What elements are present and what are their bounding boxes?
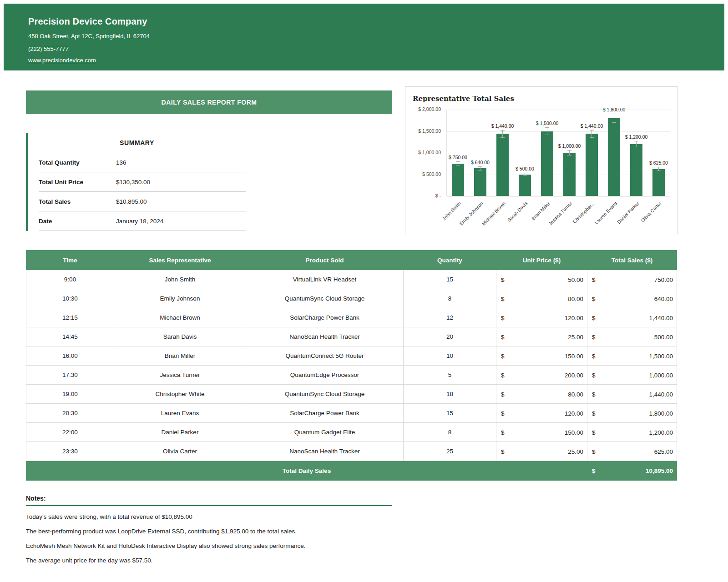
cell-sales-representative: Emily Johnson [114,289,246,308]
y-axis-tick-label: $ 500.00 [422,171,441,177]
cell-total-sales: $ 625.00 [587,442,677,461]
cell-unit-price: $ 120.00 [496,308,587,327]
table-row: 17:30 Jessica Turner QuantumEdge Process… [26,366,677,385]
cell-sales-representative: Jessica Turner [114,366,246,385]
bar-value-label: $ 625.00 [649,160,668,166]
bar-value-label: $ 640.00 [471,160,490,165]
x-axis-label: Lauren Evans [593,201,618,225]
currency-symbol: $ [501,333,505,340]
gridline [447,131,670,132]
error-bar-cap [634,147,638,147]
note-line: EchoMesh Mesh Network Kit and HoloDesk I… [26,542,677,550]
summary-value: 136 [116,159,126,166]
unit-price-amount: 200.00 [565,371,583,378]
total-sales-amount: 625.00 [654,448,673,455]
y-axis-tick-label: $ 1,500.00 [418,128,441,134]
bar [452,164,464,196]
cell-unit-price: $ 80.00 [496,385,587,404]
bar-value-label: $ 1,500.00 [536,120,559,126]
company-address: 458 Oak Street, Apt 12C, Springfield, IL… [28,33,724,40]
sales-chart: Representative Total Sales $ 2,000.00$ 1… [405,86,678,234]
table-header-row: TimeSales RepresentativeProduct SoldQuan… [26,251,677,270]
error-bar-cap [657,171,661,171]
x-axis-label: Brian Miller [530,201,551,221]
summary-label: Date [39,218,116,225]
summary-value: $10,895.00 [116,198,147,205]
cell-total-sales: $ 1,000.00 [587,366,677,385]
total-sales-amount: 1,800.00 [649,410,673,416]
error-bar [636,141,637,147]
form-title: DAILY SALES REPORT FORM [26,90,392,114]
cell-quantity: 12 [404,308,496,327]
company-website-link[interactable]: www.precisiondevice.com [28,57,96,64]
summary-label: Total Sales [39,198,116,205]
cell-product-sold: QuantumSync Cloud Storage [246,289,404,308]
cell-sales-representative: Brian Miller [114,346,246,366]
column-header: Total Sales ($) [587,251,677,270]
bar [652,169,665,196]
cell-unit-price: $ 120.00 [496,404,587,423]
error-bar-cap [567,155,571,156]
currency-symbol: $ [592,467,596,474]
cell-quantity: 20 [404,327,496,346]
cell-time: 12:15 [26,308,114,327]
error-bar-cap [612,114,616,114]
currency-symbol: $ [501,295,505,302]
summary-label: Total Quantity [39,159,116,166]
currency-symbol: $ [501,314,505,321]
error-bar [480,167,480,170]
currency-symbol: $ [592,314,596,321]
company-phone: (222) 555-7777 [28,45,724,52]
error-bar-cap [456,166,460,166]
cell-time: 20:30 [26,404,114,423]
total-sales-amount: 1,440.00 [649,391,673,397]
total-sales-amount: 1,440.00 [649,314,673,321]
error-bar-cap [478,166,482,167]
currency-symbol: $ [501,276,505,283]
bar-value-label: $ 1,440.00 [491,123,514,129]
currency-symbol: $ [592,295,596,302]
column-header: Quantity [404,251,496,270]
error-bar-cap [634,141,638,141]
column-header: Unit Price ($) [496,251,587,270]
bar-value-label: $ 1,440.00 [581,123,603,129]
column-header: Sales Representative [114,251,246,270]
summary-value: $130,350.00 [116,179,150,186]
cell-time: 23:30 [26,442,114,461]
unit-price-amount: 50.00 [568,276,583,283]
error-bar-cap [657,167,661,167]
cell-unit-price: $ 150.00 [496,346,587,366]
error-bar-cap [500,137,505,138]
table-row: 19:00 Christopher White QuantumSync Clou… [26,385,677,404]
currency-symbol: $ [501,410,505,416]
error-bar-cap [523,176,527,176]
note-line: The average unit price for the day was $… [26,557,677,564]
chart-title: Representative Total Sales [413,95,670,103]
cell-unit-price: $ 25.00 [496,442,587,461]
notes-divider [26,505,392,506]
cell-unit-price: $ 80.00 [496,289,587,308]
x-axis-label: Daniel Parker [616,201,640,225]
bar [630,144,642,196]
cell-total-sales: $ 1,500.00 [587,346,677,366]
summary-row: Total Unit Price $130,350.00 [39,172,246,192]
chart-body: $ 2,000.00$ 1,500.00$ 1,000.00$ 500.00$ … [413,110,670,229]
summary-label: Total Unit Price [39,179,116,186]
cell-sales-representative: Daniel Parker [114,423,246,442]
cell-unit-price: $ 25.00 [496,327,587,346]
bar-value-label: $ 500.00 [516,166,534,171]
y-axis-tick-label: $ - [435,193,441,198]
cell-sales-representative: Christopher White [114,385,246,404]
cell-total-sales: $ 1,800.00 [587,404,677,423]
unit-price-amount: 120.00 [565,410,583,416]
bar-value-label: $ 1,800.00 [603,107,626,112]
unit-price-amount: 120.00 [565,314,583,321]
error-bar-cap [523,173,527,173]
error-bar-cap [567,150,571,151]
cell-total-sales: $ 1,200.00 [587,423,677,442]
note-line: Today's sales were strong, with a total … [26,513,677,521]
cell-time: 22:00 [26,423,114,442]
cell-unit-price: $ 50.00 [496,270,587,289]
currency-symbol: $ [592,448,596,455]
cell-product-sold: SolarCharge Power Bank [246,404,404,423]
